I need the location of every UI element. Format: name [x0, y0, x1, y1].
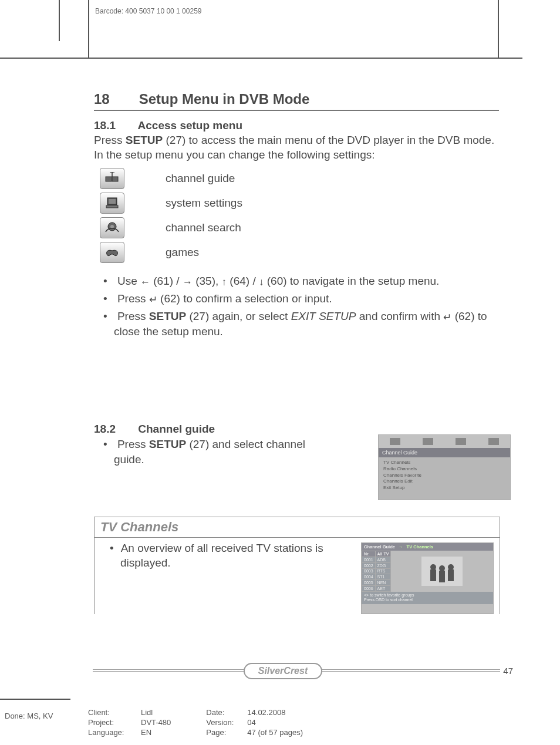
osd-header: Channel Guide	[379, 448, 510, 457]
left-arrow-icon: ←	[140, 277, 150, 288]
meta-language-label: Language:	[88, 728, 135, 737]
section-heading: 18 Setup Menu in DVB Mode	[94, 91, 499, 111]
subsection-2-wrap: 18.2 Channel guide Press SETUP (27) and …	[94, 423, 305, 469]
svg-point-12	[439, 565, 445, 571]
crop-rule-bottom	[0, 699, 70, 700]
crop-rule-top	[0, 58, 522, 59]
subsection-title-2: Channel guide	[138, 423, 215, 435]
meta-client-label: Client:	[88, 708, 135, 717]
meta-project-value: DVT-480	[141, 718, 171, 727]
meta-client-value: Lidl	[141, 708, 171, 717]
tv-channels-title: TV Channels	[95, 517, 500, 538]
intro-setup: SETUP	[126, 134, 163, 146]
svg-rect-1	[112, 177, 118, 181]
meta-date-value: 14.02.2008	[247, 708, 303, 717]
icon-row-system-settings: system settings	[100, 193, 499, 214]
subsection-title: Access setup menu	[138, 119, 242, 132]
svg-rect-0	[106, 177, 112, 181]
instruction-list-2: Press SETUP (27) and select channel guid…	[94, 437, 305, 467]
osd2-preview-pane	[391, 551, 493, 592]
icon-row-games: games	[100, 242, 499, 263]
subsection-number: 18.1	[94, 119, 135, 132]
svg-rect-15	[448, 569, 454, 581]
meta-page-value: 47 (of 57 pages)	[247, 728, 303, 737]
osd-menu-items: TV Channels Radio Channels Channels Favo…	[379, 457, 510, 494]
osd-top-icons	[379, 435, 510, 448]
down-arrow-icon: ↓	[259, 277, 264, 288]
bullet-close: Press SETUP (27) again, or select EXIT S…	[94, 309, 499, 339]
done-by: Done: MS, KV	[5, 712, 53, 720]
svg-rect-11	[430, 569, 436, 581]
osd-item: Channels Edit	[383, 478, 505, 485]
tv-channels-box: TV Channels An overview of all received …	[94, 517, 500, 614]
subsection-heading-1: 18.1 Access setup menu	[94, 119, 499, 132]
channel-search-icon	[100, 217, 124, 238]
meta-version-value: 04	[247, 718, 303, 727]
osd-item: Radio Channels	[383, 466, 505, 473]
section-title: Setup Menu in DVB Mode	[139, 91, 310, 107]
svg-point-10	[430, 564, 436, 570]
svg-rect-6	[106, 205, 118, 208]
games-icon	[100, 242, 124, 263]
content-column: 18 Setup Menu in DVB Mode 18.1 Access se…	[94, 91, 499, 342]
tv-channels-bullet: An overview of all received TV stations …	[100, 541, 355, 570]
intro-pre: Press	[94, 134, 126, 146]
svg-point-8	[110, 225, 114, 228]
osd2-channel-table: Nr.All TV 0001ADB 0002ZDG 0003RTS 0004ST…	[362, 551, 391, 592]
bullet-navigate: Use ← (61) / → (35), ↑ (64) / ↓ (60) to …	[94, 274, 499, 289]
bullet-open-guide: Press SETUP (27) and select channel guid…	[94, 437, 305, 467]
up-arrow-icon: ↑	[222, 277, 227, 288]
svg-rect-5	[109, 199, 116, 204]
subsection-number-2: 18.2	[94, 423, 135, 436]
icon-row-channel-guide: channel guide	[100, 168, 499, 189]
osd-channel-guide-screenshot: Channel Guide TV Channels Radio Channels…	[378, 434, 511, 500]
meta-language-value: EN	[141, 728, 171, 737]
icon-row-channel-search: channel search	[100, 217, 499, 238]
osd2-footer: <> to switch favorite groups Press OSD t…	[362, 592, 493, 604]
osd2-titlebar: Channel Guide → TV Channels	[362, 543, 493, 551]
instruction-list-1: Use ← (61) / → (35), ↑ (64) / ↓ (60) to …	[94, 274, 499, 339]
meta-project-label: Project:	[88, 718, 135, 727]
osd2-arrow-icon: →	[399, 544, 403, 550]
barcode-text: Barcode: 400 5037 10 00 1 00259	[95, 7, 202, 15]
bullet-confirm: Press ↵ (62) to confirm a selection or i…	[94, 291, 499, 306]
enter-icon: ↵	[443, 312, 451, 323]
enter-icon: ↵	[149, 294, 157, 305]
tv-channels-text: An overview of all received TV stations …	[95, 541, 361, 614]
page-number: 47	[503, 666, 513, 676]
right-arrow-icon: →	[183, 277, 193, 288]
section-number: 18	[94, 91, 135, 107]
channel-search-label: channel search	[166, 221, 241, 234]
brand-logo: SilverCrest	[244, 663, 322, 679]
osd-item: TV Channels	[383, 460, 505, 466]
svg-point-14	[448, 564, 454, 570]
system-settings-icon	[100, 193, 124, 214]
games-label: games	[166, 246, 199, 259]
osd-item: Exit Setup	[383, 485, 505, 491]
meta-version-label: Version:	[206, 718, 241, 727]
svg-rect-13	[439, 571, 445, 582]
osd-tv-channels-screenshot: Channel Guide → TV Channels Nr.All TV 00…	[361, 542, 494, 614]
meta-page-label: Page:	[206, 728, 241, 737]
system-settings-label: system settings	[166, 197, 242, 210]
subsection-heading-2: 18.2 Channel guide	[94, 423, 305, 436]
channel-guide-icon	[100, 168, 124, 189]
channel-guide-label: channel guide	[166, 172, 235, 185]
osd-item: Channels Favorite	[383, 473, 505, 479]
manual-page: Barcode: 400 5037 10 00 1 00259 18 Setup…	[0, 0, 560, 745]
meta-table: Client:Lidl Project:DVT-480 Language:EN …	[88, 708, 303, 737]
meta-date-label: Date:	[206, 708, 241, 717]
intro-paragraph: Press SETUP (27) to access the main menu…	[94, 133, 499, 162]
